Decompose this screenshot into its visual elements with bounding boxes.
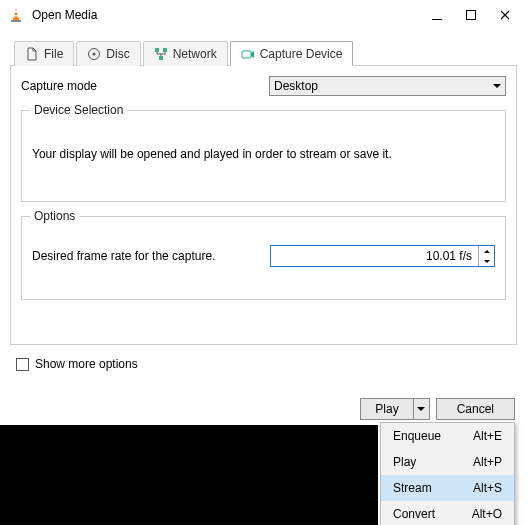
tab-label: Disc [106, 47, 129, 61]
spin-up-icon[interactable] [479, 246, 494, 256]
show-more-options[interactable]: Show more options [16, 357, 511, 371]
checkbox-icon[interactable] [16, 358, 29, 371]
maximize-button[interactable] [463, 7, 479, 23]
menu-item-accel: Alt+S [473, 481, 502, 495]
svg-rect-1 [14, 11, 18, 13]
tab-label: File [44, 47, 63, 61]
device-selection-hint: Your display will be opened and played i… [32, 147, 495, 161]
menu-item-accel: Alt+E [473, 429, 502, 443]
window-title: Open Media [32, 8, 429, 22]
minimize-button[interactable] [429, 7, 445, 23]
fps-value: 10.01 f/s [271, 246, 478, 266]
play-dropdown-menu: Enqueue Alt+E Play Alt+P Stream Alt+S Co… [380, 422, 515, 525]
menu-item-label: Convert [393, 507, 435, 521]
cancel-button[interactable]: Cancel [436, 398, 515, 420]
svg-rect-6 [163, 48, 167, 52]
menu-item-label: Stream [393, 481, 432, 495]
fps-label: Desired frame rate for the capture. [32, 249, 270, 263]
close-button[interactable] [497, 7, 513, 23]
tab-capture-device[interactable]: Capture Device [230, 41, 354, 66]
svg-rect-8 [242, 51, 251, 58]
tab-bar: File Disc Network Capture Device [10, 40, 517, 66]
chevron-down-icon [493, 84, 501, 88]
background-strip [0, 425, 378, 525]
title-bar: Open Media [0, 0, 527, 30]
svg-rect-5 [155, 48, 159, 52]
disc-icon [87, 47, 101, 61]
tab-network[interactable]: Network [143, 41, 228, 66]
menu-item-accel: Alt+O [472, 507, 502, 521]
menu-item-label: Play [393, 455, 416, 469]
menu-play[interactable]: Play Alt+P [381, 449, 514, 475]
show-more-label: Show more options [35, 357, 138, 371]
options-group: Options Desired frame rate for the captu… [21, 216, 506, 300]
svg-rect-2 [14, 15, 19, 17]
tab-label: Network [173, 47, 217, 61]
group-legend: Options [30, 209, 79, 223]
play-split-button[interactable]: Play [360, 398, 429, 420]
play-dropdown-toggle[interactable] [413, 399, 429, 419]
svg-rect-0 [11, 20, 21, 22]
tab-panel-capture: Capture mode Desktop Device Selection Yo… [10, 66, 517, 345]
combo-value: Desktop [274, 79, 318, 93]
tab-label: Capture Device [260, 47, 343, 61]
tab-file[interactable]: File [14, 41, 74, 66]
capture-icon [241, 47, 255, 61]
menu-item-accel: Alt+P [473, 455, 502, 469]
tab-disc[interactable]: Disc [76, 41, 140, 66]
menu-item-label: Enqueue [393, 429, 441, 443]
network-icon [154, 47, 168, 61]
capture-mode-combo[interactable]: Desktop [269, 76, 506, 96]
spin-down-icon[interactable] [479, 256, 494, 266]
menu-enqueue[interactable]: Enqueue Alt+E [381, 423, 514, 449]
svg-point-4 [93, 53, 96, 56]
svg-rect-7 [159, 56, 163, 60]
capture-mode-label: Capture mode [21, 79, 269, 93]
cancel-label: Cancel [457, 402, 494, 416]
fps-spinner[interactable]: 10.01 f/s [270, 245, 495, 267]
menu-convert[interactable]: Convert Alt+O [381, 501, 514, 525]
vlc-icon [8, 7, 24, 23]
group-legend: Device Selection [30, 103, 127, 117]
file-icon [25, 47, 39, 61]
play-button-label: Play [361, 399, 412, 419]
device-selection-group: Device Selection Your display will be op… [21, 110, 506, 202]
menu-stream[interactable]: Stream Alt+S [381, 475, 514, 501]
